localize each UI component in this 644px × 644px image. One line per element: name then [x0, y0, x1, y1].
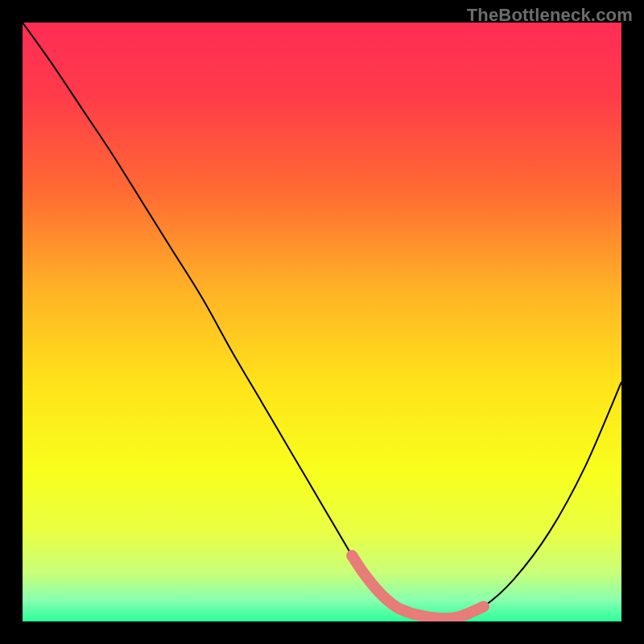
plot-area: [23, 23, 621, 621]
chart-stage: TheBottleneck.com: [0, 0, 644, 644]
highlight-markers: [352, 555, 484, 618]
curve-layer: [23, 23, 621, 621]
bottleneck-curve: [23, 23, 621, 618]
